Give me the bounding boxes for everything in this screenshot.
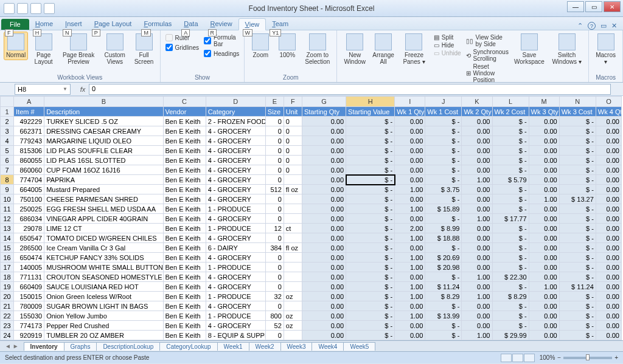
- cell[interactable]: $ -: [492, 117, 529, 126]
- cell[interactable]: 0.00: [462, 263, 492, 272]
- sheet-tab-week4[interactable]: Week4: [312, 342, 344, 351]
- headings-checkbox[interactable]: Headings: [204, 50, 239, 57]
- excel-icon[interactable]: [4, 3, 15, 14]
- cell[interactable]: 1.00: [462, 292, 492, 301]
- cell[interactable]: $ -: [425, 126, 462, 136]
- cell[interactable]: $ -: [559, 185, 596, 194]
- ribbon-tab-view[interactable]: ViewW: [238, 18, 266, 30]
- cell[interactable]: [284, 253, 302, 263]
- ribbon-tab-team[interactable]: TeamY1: [266, 18, 294, 30]
- cell[interactable]: DRESSING CAESAR CREAMY: [44, 126, 163, 136]
- cell[interactable]: $ 8.29: [425, 292, 462, 301]
- zoom-in-button[interactable]: +: [614, 354, 618, 361]
- cell[interactable]: $ 8.29: [492, 292, 529, 301]
- cell[interactable]: 0: [265, 165, 284, 175]
- fx-icon[interactable]: fx: [77, 86, 89, 93]
- cell[interactable]: SAUCE LOUISIANA RED HOT: [44, 282, 163, 292]
- cell[interactable]: 664005: [14, 185, 44, 194]
- table-row[interactable]: 14650547TOMATO DICED W/GREEN CHILESBen E…: [1, 233, 622, 243]
- cell[interactable]: MARGARINE LIQUID OLEO: [44, 136, 163, 146]
- cell[interactable]: 779243: [14, 136, 44, 146]
- table-row[interactable]: 4779243MARGARINE LIQUID OLEOBen E Keith4…: [1, 136, 622, 146]
- cell[interactable]: $ -: [492, 126, 529, 136]
- cell[interactable]: $ 20.98: [425, 263, 462, 272]
- cell[interactable]: 1.00: [462, 331, 492, 340]
- cell[interactable]: 1.00: [395, 311, 425, 321]
- cell[interactable]: Pepper Red Crushed: [44, 321, 163, 331]
- cell[interactable]: 150015: [14, 292, 44, 301]
- restore-window-icon[interactable]: ▭: [600, 22, 607, 30]
- cell[interactable]: 0.00: [529, 165, 559, 175]
- cell[interactable]: $ -: [559, 126, 596, 136]
- cell[interactable]: LIME 12 CT: [44, 224, 163, 233]
- cell[interactable]: CROUTON SEASONED HOMESTYLE: [44, 272, 163, 282]
- arrange-all-button[interactable]: Arrange All: [371, 32, 395, 67]
- table-row[interactable]: 5815306LID PLAS SOUFFLE CLEARBen E Keith…: [1, 146, 622, 156]
- cell[interactable]: 0.00: [302, 117, 346, 126]
- cell[interactable]: Mustard Prepared: [44, 185, 163, 194]
- cell[interactable]: 0.00: [596, 214, 621, 224]
- page-layout-view-icon[interactable]: [512, 354, 523, 362]
- cell[interactable]: Ben E Keith: [163, 175, 206, 185]
- cell[interactable]: 0.00: [596, 272, 621, 282]
- cell[interactable]: 0: [284, 146, 302, 156]
- table-header[interactable]: Starting Value: [346, 107, 395, 117]
- row-header[interactable]: 10: [1, 194, 14, 204]
- cell[interactable]: 0.00: [462, 194, 492, 204]
- cell[interactable]: $ -: [559, 301, 596, 311]
- cell[interactable]: 1.00: [462, 214, 492, 224]
- cell[interactable]: KETCHUP FANCY 33% SOLIDS: [44, 253, 163, 263]
- cell[interactable]: $ 3.75: [425, 185, 462, 194]
- cell[interactable]: 0.00: [596, 263, 621, 272]
- table-header[interactable]: Wk 2 Cost: [492, 107, 529, 117]
- cell[interactable]: $ -: [492, 165, 529, 175]
- col-header-O[interactable]: O: [596, 97, 621, 107]
- cell[interactable]: oz: [284, 292, 302, 301]
- cell[interactable]: $ 18.88: [425, 233, 462, 243]
- undo-icon[interactable]: [30, 3, 41, 14]
- cell[interactable]: 1.00: [395, 204, 425, 214]
- save-workspace-button[interactable]: Save Workspace: [512, 32, 546, 67]
- cell[interactable]: 1.00: [462, 175, 492, 185]
- row-header[interactable]: 9: [1, 185, 14, 194]
- sheet-tab-graphs[interactable]: Graphs: [64, 342, 97, 351]
- table-row[interactable]: 17140005MUSHROOM WHITE SMALL BUTTONBen E…: [1, 263, 622, 272]
- cell[interactable]: 0: [265, 263, 284, 272]
- table-row[interactable]: 20150015Onion Green Iceless W/RootBen E …: [1, 292, 622, 301]
- cell[interactable]: 0.00: [529, 175, 559, 185]
- cell[interactable]: 0.00: [395, 272, 425, 282]
- cell[interactable]: 0.00: [596, 224, 621, 233]
- cell[interactable]: 4 - GROCERY: [206, 175, 265, 185]
- cell[interactable]: 0.00: [596, 136, 621, 146]
- cell[interactable]: $ 5.79: [492, 175, 529, 185]
- table-row[interactable]: 19660409SAUCE LOUISIANA RED HOTBen E Kei…: [1, 282, 622, 292]
- cell[interactable]: 0.00: [302, 214, 346, 224]
- cell[interactable]: 0.00: [596, 185, 621, 194]
- cell[interactable]: $ -: [346, 263, 395, 272]
- cell[interactable]: 32: [265, 292, 284, 301]
- cell[interactable]: Ben E Keith: [163, 214, 206, 224]
- cell[interactable]: 750100: [14, 194, 44, 204]
- cell[interactable]: $ -: [492, 224, 529, 233]
- cell[interactable]: 0.00: [302, 175, 346, 185]
- cell[interactable]: $ -: [492, 282, 529, 292]
- cell[interactable]: 4 - GROCERY: [206, 233, 265, 243]
- cell[interactable]: 0.00: [596, 321, 621, 331]
- cell[interactable]: Ben E Keith: [163, 204, 206, 214]
- cell[interactable]: 0.00: [596, 292, 621, 301]
- cell[interactable]: 1 - PRODUCE: [206, 292, 265, 301]
- table-row[interactable]: 15286500Ice Cream Vanilla Cr 3 GalBen E …: [1, 243, 622, 253]
- cell[interactable]: 1.00: [395, 292, 425, 301]
- cell[interactable]: $ 11.24: [425, 282, 462, 292]
- cell[interactable]: $ 29.99: [492, 331, 529, 340]
- cell[interactable]: $ -: [559, 165, 596, 175]
- cell[interactable]: 0.00: [596, 146, 621, 156]
- cell[interactable]: $ -: [346, 204, 395, 214]
- cell[interactable]: 0: [284, 126, 302, 136]
- cell[interactable]: 0.00: [596, 194, 621, 204]
- cell[interactable]: $ -: [346, 321, 395, 331]
- table-row[interactable]: 22155030Onion Yellow JumboBen E Keith1 -…: [1, 311, 622, 321]
- cell[interactable]: Ben E Keith: [163, 136, 206, 146]
- cell[interactable]: $ -: [492, 156, 529, 165]
- table-header[interactable]: Unit: [284, 107, 302, 117]
